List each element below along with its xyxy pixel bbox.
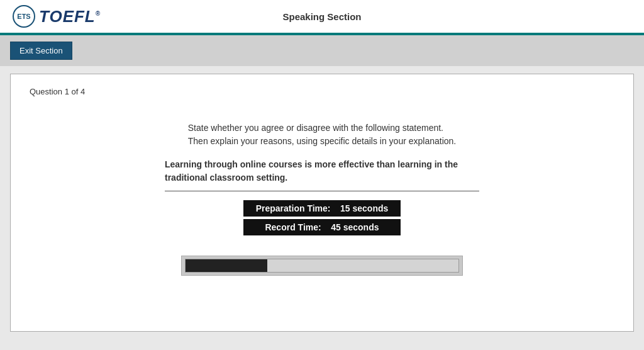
question-body: State whether you agree or disagree with…	[30, 121, 614, 276]
instructions-text: State whether you agree or disagree with…	[188, 121, 456, 148]
question-card: Question 1 of 4 State whether you agree …	[10, 74, 634, 332]
statement-text: Learning through online courses is more …	[165, 158, 479, 184]
ets-label: ETS	[17, 13, 30, 20]
divider	[165, 191, 479, 191]
main-content: Question 1 of 4 State whether you agree …	[0, 66, 644, 339]
question-counter: Question 1 of 4	[30, 87, 614, 96]
logo-area: ETS TOEFL®	[13, 5, 101, 28]
toolbar: Exit Section	[0, 35, 644, 66]
prep-time-box: Preparation Time: 15 seconds	[243, 200, 401, 217]
prep-label: Preparation Time:	[256, 203, 331, 213]
app-header: ETS TOEFL® Speaking Section	[0, 0, 644, 35]
toefl-logo: TOEFL®	[39, 7, 101, 26]
registered-mark: ®	[96, 10, 101, 17]
progress-bar-track	[185, 259, 459, 273]
exit-section-button[interactable]: Exit Section	[10, 42, 72, 60]
header-title: Speaking Section	[282, 11, 361, 22]
ets-badge: ETS	[13, 5, 35, 28]
progress-bar-fill	[186, 259, 267, 272]
record-time-box: Record Time: 45 seconds	[243, 219, 401, 235]
progress-container	[181, 256, 463, 276]
timing-boxes: Preparation Time: 15 seconds Record Time…	[243, 200, 401, 238]
record-label: Record Time:	[265, 222, 321, 232]
prep-value: 15 seconds	[340, 203, 388, 213]
record-value: 45 seconds	[331, 222, 379, 232]
toefl-text: TOEFL	[39, 7, 96, 26]
